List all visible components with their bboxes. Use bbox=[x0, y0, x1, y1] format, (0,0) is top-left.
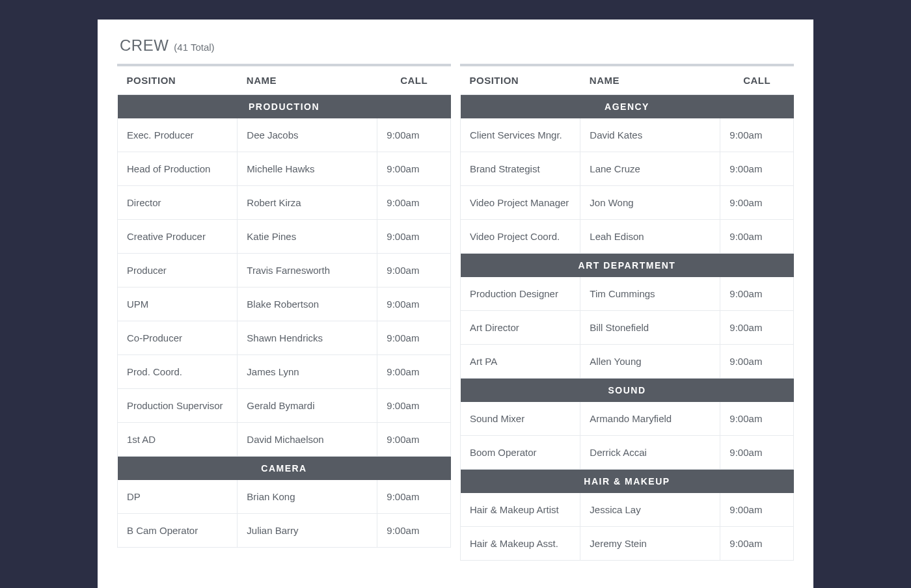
table-header-row: POSITION NAME CALL bbox=[461, 66, 794, 95]
cell-name: Lane Cruze bbox=[580, 152, 720, 186]
cell-position: Art Director bbox=[461, 311, 580, 345]
section-label: CAMERA bbox=[118, 457, 451, 481]
section-label: SOUND bbox=[461, 379, 794, 403]
cell-call: 9:00am bbox=[377, 254, 451, 287]
cell-name: Gerald Bymardi bbox=[238, 389, 377, 423]
cell-call: 9:00am bbox=[377, 186, 451, 220]
cell-call: 9:00am bbox=[377, 287, 451, 321]
cell-name: Julian Barry bbox=[238, 514, 377, 548]
crew-row: Video Project Coord.Leah Edison9:00am bbox=[461, 220, 794, 254]
cell-position: DP bbox=[118, 480, 238, 514]
cell-position: Production Supervisor bbox=[118, 389, 238, 423]
cell-position: Art PA bbox=[461, 345, 580, 379]
crew-row: DirectorRobert Kirza9:00am bbox=[118, 186, 451, 220]
cell-name: Blake Robertson bbox=[238, 287, 377, 321]
cell-call: 9:00am bbox=[720, 186, 794, 220]
cell-position: Head of Production bbox=[118, 152, 238, 186]
cell-position: Video Project Coord. bbox=[461, 220, 580, 254]
cell-call: 9:00am bbox=[720, 277, 794, 311]
crew-row: DPBrian Kong9:00am bbox=[118, 480, 451, 514]
section-header: CREW (41 Total) bbox=[117, 34, 794, 64]
cell-call: 9:00am bbox=[377, 423, 451, 457]
crew-row: Production DesignerTim Cummings9:00am bbox=[461, 277, 794, 311]
cell-position: Co-Producer bbox=[118, 321, 238, 355]
cell-name: Bill Stonefield bbox=[580, 311, 720, 345]
cell-call: 9:00am bbox=[377, 514, 451, 548]
cell-position: UPM bbox=[118, 287, 238, 321]
section-row: PRODUCTION bbox=[118, 95, 451, 119]
cell-call: 9:00am bbox=[720, 118, 794, 152]
cell-name: David Kates bbox=[580, 118, 720, 152]
header-name: NAME bbox=[580, 66, 720, 95]
cell-call: 9:00am bbox=[720, 311, 794, 345]
cell-position: Creative Producer bbox=[118, 220, 238, 254]
crew-row: Boom OperatorDerrick Accai9:00am bbox=[461, 436, 794, 470]
section-label: PRODUCTION bbox=[118, 95, 451, 119]
cell-name: Travis Farnesworth bbox=[238, 254, 377, 287]
cell-position: Director bbox=[118, 186, 238, 220]
crew-row: 1st ADDavid Michaelson9:00am bbox=[118, 423, 451, 457]
cell-name: Brian Kong bbox=[238, 480, 377, 514]
crew-row: Art DirectorBill Stonefield9:00am bbox=[461, 311, 794, 345]
header-call: CALL bbox=[720, 66, 794, 95]
crew-columns: POSITION NAME CALL PRODUCTIONExec. Produ… bbox=[117, 64, 794, 561]
crew-column-left: POSITION NAME CALL PRODUCTIONExec. Produ… bbox=[117, 64, 451, 561]
section-row: SOUND bbox=[461, 379, 794, 403]
cell-position: Video Project Manager bbox=[461, 186, 580, 220]
cell-position: 1st AD bbox=[118, 423, 238, 457]
section-row: AGENCY bbox=[461, 95, 794, 119]
cell-name: Katie Pines bbox=[238, 220, 377, 254]
cell-call: 9:00am bbox=[377, 480, 451, 514]
crew-row: B Cam OperatorJulian Barry9:00am bbox=[118, 514, 451, 548]
crew-row: UPMBlake Robertson9:00am bbox=[118, 287, 451, 321]
cell-position: Boom Operator bbox=[461, 436, 580, 470]
cell-call: 9:00am bbox=[377, 118, 451, 152]
cell-call: 9:00am bbox=[720, 436, 794, 470]
cell-call: 9:00am bbox=[720, 220, 794, 254]
header-call: CALL bbox=[377, 66, 451, 95]
section-title: CREW bbox=[120, 36, 169, 55]
cell-name: David Michaelson bbox=[238, 423, 377, 457]
cell-position: B Cam Operator bbox=[118, 514, 238, 548]
crew-row: Client Services Mngr.David Kates9:00am bbox=[461, 118, 794, 152]
cell-name: Tim Cummings bbox=[580, 277, 720, 311]
cell-call: 9:00am bbox=[377, 389, 451, 423]
cell-name: Michelle Hawks bbox=[238, 152, 377, 186]
crew-row: Art PAAllen Young9:00am bbox=[461, 345, 794, 379]
cell-position: Hair & Makeup Artist bbox=[461, 493, 580, 527]
cell-name: Allen Young bbox=[580, 345, 720, 379]
section-label: HAIR & MAKEUP bbox=[461, 470, 794, 494]
cell-name: Jon Wong bbox=[580, 186, 720, 220]
cell-position: Brand Strategist bbox=[461, 152, 580, 186]
cell-position: Exec. Producer bbox=[118, 118, 238, 152]
crew-row: Production SupervisorGerald Bymardi9:00a… bbox=[118, 389, 451, 423]
cell-name: Armando Maryfield bbox=[580, 402, 720, 436]
cell-name: Shawn Hendricks bbox=[238, 321, 377, 355]
crew-row: Exec. ProducerDee Jacobs9:00am bbox=[118, 118, 451, 152]
cell-name: Derrick Accai bbox=[580, 436, 720, 470]
call-sheet: CREW (41 Total) POSITION NAME CALL PRODU… bbox=[98, 20, 813, 588]
cell-call: 9:00am bbox=[720, 152, 794, 186]
crew-row: Sound MixerArmando Maryfield9:00am bbox=[461, 402, 794, 436]
cell-position: Client Services Mngr. bbox=[461, 118, 580, 152]
cell-name: Jeremy Stein bbox=[580, 527, 720, 561]
crew-column-right: POSITION NAME CALL AGENCYClient Services… bbox=[460, 64, 794, 561]
section-row: ART DEPARTMENT bbox=[461, 254, 794, 278]
cell-name: James Lynn bbox=[238, 355, 377, 389]
cell-call: 9:00am bbox=[377, 152, 451, 186]
header-position: POSITION bbox=[461, 66, 580, 95]
crew-row: Video Project ManagerJon Wong9:00am bbox=[461, 186, 794, 220]
cell-position: Sound Mixer bbox=[461, 402, 580, 436]
section-row: CAMERA bbox=[118, 457, 451, 481]
section-row: HAIR & MAKEUP bbox=[461, 470, 794, 494]
crew-row: Hair & Makeup Asst.Jeremy Stein9:00am bbox=[461, 527, 794, 561]
cell-position: Producer bbox=[118, 254, 238, 287]
crew-row: Creative ProducerKatie Pines9:00am bbox=[118, 220, 451, 254]
table-header-row: POSITION NAME CALL bbox=[118, 66, 451, 95]
crew-row: ProducerTravis Farnesworth9:00am bbox=[118, 254, 451, 287]
cell-position: Prod. Coord. bbox=[118, 355, 238, 389]
header-name: NAME bbox=[238, 66, 377, 95]
crew-row: Hair & Makeup ArtistJessica Lay9:00am bbox=[461, 493, 794, 527]
crew-row: Brand StrategistLane Cruze9:00am bbox=[461, 152, 794, 186]
crew-row: Head of ProductionMichelle Hawks9:00am bbox=[118, 152, 451, 186]
